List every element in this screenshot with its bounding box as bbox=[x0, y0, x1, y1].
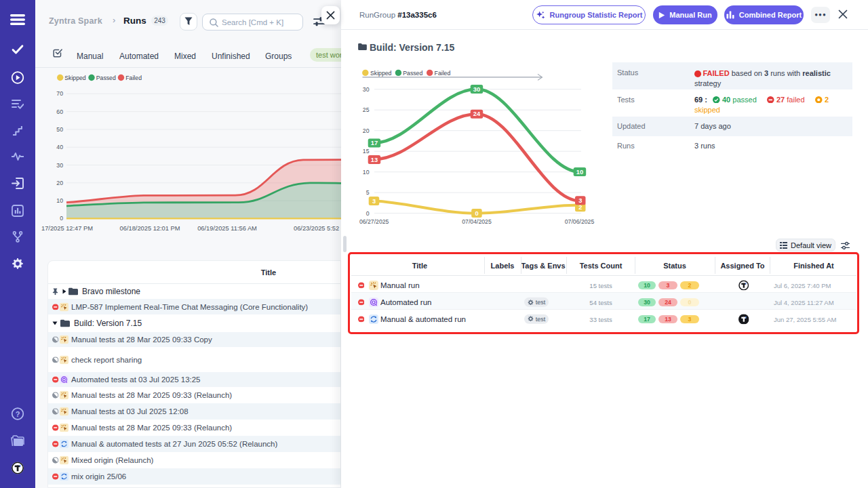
svg-text:15: 15 bbox=[363, 148, 370, 155]
svg-text:24: 24 bbox=[473, 110, 481, 117]
svg-text:Skipped: Skipped bbox=[370, 70, 392, 77]
svg-text:07/04/2025: 07/04/2025 bbox=[462, 218, 492, 225]
svg-text:2: 2 bbox=[578, 204, 582, 211]
svg-text:10: 10 bbox=[363, 169, 370, 176]
svg-text:06/19/2025 11:56 AM: 06/19/2025 11:56 AM bbox=[197, 225, 257, 232]
svg-text:Skipped: Skipped bbox=[64, 75, 86, 81]
svg-text:Passed: Passed bbox=[96, 75, 116, 81]
svg-text:60: 60 bbox=[56, 108, 63, 115]
svg-text:17: 17 bbox=[371, 140, 378, 146]
svg-text:13: 13 bbox=[371, 157, 378, 163]
svg-text:30: 30 bbox=[363, 86, 370, 93]
svg-text:0: 0 bbox=[60, 215, 63, 222]
svg-text:3: 3 bbox=[578, 197, 582, 204]
svg-text:Passed: Passed bbox=[403, 70, 422, 77]
svg-text:17/2025 12:47 PM: 17/2025 12:47 PM bbox=[41, 225, 93, 232]
svg-text:30: 30 bbox=[56, 162, 63, 169]
svg-text:06/23/2025 5:52 P: 06/23/2025 5:52 P bbox=[294, 225, 341, 232]
svg-text:Failed: Failed bbox=[125, 75, 142, 81]
svg-text:20: 20 bbox=[56, 180, 63, 186]
svg-text:07/06/2025: 07/06/2025 bbox=[565, 218, 595, 225]
svg-text:10: 10 bbox=[56, 197, 63, 204]
svg-text:50: 50 bbox=[56, 126, 63, 133]
svg-text:25: 25 bbox=[363, 106, 370, 113]
svg-text:?: ? bbox=[16, 410, 20, 418]
svg-text:06/27/2025: 06/27/2025 bbox=[359, 218, 389, 225]
svg-text:Failed: Failed bbox=[435, 70, 451, 77]
svg-text:20: 20 bbox=[363, 127, 370, 134]
svg-text:0: 0 bbox=[366, 210, 370, 217]
svg-text:30: 30 bbox=[473, 86, 480, 93]
svg-text:10: 10 bbox=[576, 169, 583, 176]
svg-text:40: 40 bbox=[56, 144, 63, 150]
svg-text:5: 5 bbox=[366, 189, 370, 196]
svg-text:06/18/2025 12:01 PM: 06/18/2025 12:01 PM bbox=[120, 225, 180, 232]
svg-text:70: 70 bbox=[56, 90, 63, 97]
svg-text:3: 3 bbox=[372, 198, 376, 205]
svg-text:0: 0 bbox=[475, 210, 478, 217]
